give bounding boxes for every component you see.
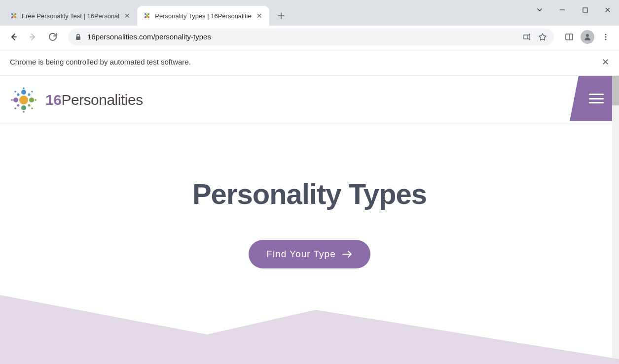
dots-vertical-icon — [601, 33, 610, 41]
svg-point-4 — [605, 33, 606, 35]
maximize-icon — [583, 7, 588, 13]
svg-point-22 — [14, 107, 16, 109]
automation-infobar: Chrome is being controlled by automated … — [0, 48, 619, 76]
close-tab-icon[interactable]: ✕ — [123, 12, 131, 20]
logo-text: 16Personalities — [45, 92, 143, 108]
tab-0[interactable]: Free Personality Test | 16Personal ✕ — [4, 6, 137, 26]
panel-icon — [565, 33, 574, 41]
svg-rect-1 — [76, 36, 80, 40]
scrollbar-thumb[interactable] — [612, 76, 619, 105]
svg-point-8 — [21, 90, 26, 95]
svg-point-12 — [28, 93, 31, 96]
svg-point-23 — [14, 91, 16, 93]
forward-button[interactable] — [25, 29, 41, 45]
svg-point-11 — [13, 98, 18, 102]
cta-label: Find Your Type — [266, 249, 335, 260]
tab-search-button[interactable] — [528, 0, 551, 20]
svg-point-14 — [17, 104, 20, 106]
hamburger-menu-button[interactable] — [570, 76, 619, 121]
arrow-right-icon — [29, 33, 37, 41]
url-text: 16personalities.com/personality-types — [87, 33, 211, 41]
logo-icon — [9, 85, 38, 115]
toolbar: 16personalities.com/personality-types — [0, 26, 619, 48]
favicon-icon — [10, 12, 18, 20]
svg-point-15 — [17, 93, 20, 96]
omnibox-actions — [522, 33, 547, 41]
profile-button[interactable] — [581, 30, 594, 44]
share-button[interactable] — [522, 33, 531, 41]
site-header: 16Personalities — [0, 76, 619, 124]
tab-strip: Free Personality Test | 16Personal ✕ Per… — [0, 0, 619, 26]
hero-section: Personality Types Find Your Type — [0, 124, 619, 268]
svg-point-17 — [35, 99, 36, 101]
bookmark-button[interactable] — [538, 33, 547, 41]
share-icon — [522, 33, 531, 41]
reload-button[interactable] — [44, 29, 61, 45]
svg-point-16 — [23, 87, 25, 89]
menu-button[interactable] — [597, 29, 614, 45]
svg-point-13 — [28, 104, 31, 106]
close-window-button[interactable] — [596, 0, 619, 20]
hamburger-icon — [589, 94, 604, 103]
arrow-right-icon — [342, 250, 353, 259]
person-icon — [583, 33, 592, 41]
tab-1[interactable]: Personality Types | 16Personalitie ✕ — [137, 6, 269, 26]
svg-point-10 — [21, 105, 26, 110]
svg-point-19 — [11, 99, 13, 101]
side-panel-button[interactable] — [561, 29, 578, 45]
svg-point-6 — [605, 38, 606, 40]
site-logo[interactable]: 16Personalities — [9, 85, 143, 115]
lock-icon — [75, 33, 81, 40]
back-button[interactable] — [5, 29, 22, 45]
svg-point-18 — [23, 111, 25, 113]
logo-prefix: 16 — [45, 92, 61, 108]
toolbar-right — [561, 29, 614, 45]
svg-point-9 — [29, 98, 34, 102]
svg-point-21 — [31, 107, 33, 109]
reload-icon — [48, 33, 57, 41]
maximize-button[interactable] — [574, 0, 596, 20]
arrow-left-icon — [9, 33, 18, 41]
svg-rect-0 — [583, 8, 587, 12]
minimize-icon — [559, 7, 565, 13]
close-tab-icon[interactable]: ✕ — [255, 12, 263, 20]
tab-title: Personality Types | 16Personalitie — [155, 12, 251, 20]
page-title: Personality Types — [0, 177, 619, 210]
find-your-type-button[interactable]: Find Your Type — [249, 240, 370, 268]
address-bar[interactable]: 16personalities.com/personality-types — [68, 29, 554, 45]
new-tab-button[interactable] — [273, 8, 289, 24]
svg-point-5 — [605, 36, 606, 37]
chevron-down-icon — [536, 6, 543, 13]
svg-point-20 — [31, 91, 33, 93]
svg-point-7 — [19, 96, 28, 104]
tab-title: Free Personality Test | 16Personal — [22, 12, 119, 20]
svg-point-3 — [586, 34, 589, 37]
decorative-wave — [0, 275, 619, 364]
infobar-close-button[interactable]: ✕ — [602, 57, 609, 67]
infobar-text: Chrome is being controlled by automated … — [10, 58, 191, 66]
logo-suffix: Personalities — [61, 92, 143, 108]
close-icon — [605, 7, 611, 13]
star-icon — [538, 33, 547, 41]
favicon-icon — [143, 12, 151, 20]
plus-icon — [277, 12, 285, 20]
minimize-button[interactable] — [551, 0, 574, 20]
svg-rect-2 — [566, 34, 573, 40]
page-content: 16Personalities Personality Types Find Y… — [0, 76, 619, 364]
window-controls — [528, 0, 619, 20]
